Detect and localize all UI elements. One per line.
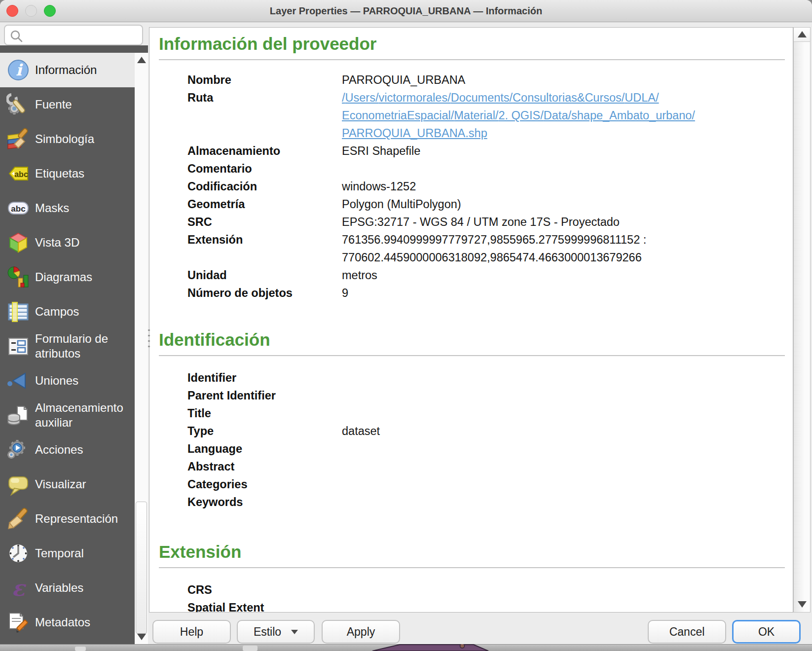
sidebar-item-vista-3d[interactable]: Vista 3D	[0, 225, 135, 260]
sidebar-item-label: Diagramas	[35, 270, 133, 285]
property-row: Almacenamiento ESRI Shapefile	[187, 142, 786, 160]
sidebar-item-label: Masks	[35, 201, 133, 216]
property-label: Nombre	[187, 71, 342, 89]
map-polygon-fragment	[368, 644, 496, 651]
property-label: Spatial Extent	[187, 599, 342, 613]
attributes-form-icon	[6, 334, 30, 358]
sidebar-item-label: Metadatos	[35, 615, 133, 630]
sidebar-item-label: Información	[35, 63, 133, 77]
property-label: SRC	[187, 213, 342, 231]
property-label: Almacenamiento	[187, 142, 342, 160]
property-value: PARROQUIA_URBANA	[342, 71, 465, 89]
diagrams-icon	[6, 265, 30, 289]
property-row: Keywords	[187, 493, 786, 511]
property-row: Abstract	[187, 458, 786, 475]
rendering-icon	[6, 507, 30, 531]
property-table: Nombre PARROQUIA_URBANA Ruta /Users/vict…	[187, 71, 786, 302]
sidebar-item-diagramas[interactable]: Diagramas	[0, 260, 135, 294]
sidebar-item-metadatos[interactable]: Metadatos	[0, 605, 135, 640]
sidebar-item-visualizar[interactable]: Visualizar	[0, 467, 135, 502]
close-button[interactable]	[6, 5, 18, 17]
property-row: Title	[187, 404, 786, 422]
property-label: Geometría	[187, 195, 342, 213]
property-label: Codificación	[187, 178, 342, 195]
section-divider	[159, 355, 785, 356]
sidebar-item-label: Campos	[35, 304, 133, 319]
sidebar-item-representacion[interactable]: Representación	[0, 502, 135, 536]
sidebar-item-label: Almacenamiento auxiliar	[35, 400, 133, 430]
property-label: Keywords	[187, 493, 342, 511]
sidebar-item-label: Fuente	[35, 97, 133, 112]
help-button[interactable]: Help	[152, 620, 231, 644]
window-title: Layer Properties — PARROQUIA_URBANA — In…	[0, 0, 812, 22]
apply-button[interactable]: Apply	[322, 620, 400, 644]
zoom-button[interactable]	[44, 5, 56, 17]
panel-splitter-handle[interactable]	[148, 329, 150, 347]
auxiliary-storage-icon	[6, 403, 30, 427]
property-table: Identifier Parent Identifier Title Type …	[187, 369, 786, 511]
property-label: Type	[187, 422, 342, 440]
info-section: Información del proveedor Nombre PARROQU…	[158, 34, 786, 302]
property-label: Comentario	[187, 160, 342, 178]
property-label: Ruta	[187, 89, 342, 142]
sidebar-item-label: Formulario de atributos	[35, 331, 133, 361]
section-divider	[159, 567, 785, 568]
sidebar-item-label: Variables	[35, 580, 133, 595]
property-row: Unidad metros	[187, 266, 786, 284]
sidebar-item-masks[interactable]: abc Masks	[0, 191, 135, 225]
property-label: CRS	[187, 581, 342, 599]
property-value: EPSG:32717 - WGS 84 / UTM zone 17S - Pro…	[342, 213, 620, 231]
cancel-button[interactable]: Cancel	[648, 620, 726, 644]
sidebar-list: i Información Fuente Simbología abc Etiq…	[0, 53, 135, 640]
sidebar-item-etiquetas[interactable]: abc Etiquetas	[0, 156, 135, 191]
display-icon	[6, 472, 30, 496]
sidebar-item-label: Acciones	[35, 442, 133, 457]
style-dropdown-button[interactable]: Estilo	[237, 620, 315, 644]
sidebar-item-label: Uniones	[35, 373, 133, 388]
file-path-link[interactable]: /Users/victormorales/Documents/Consultor…	[342, 91, 695, 140]
chevron-down-icon	[291, 630, 298, 634]
info-sections: Información del proveedor Nombre PARROQU…	[149, 27, 793, 613]
sidebar-item-formulario-de-atributos[interactable]: Formulario de atributos	[0, 329, 135, 363]
sidebar-search-input[interactable]	[26, 27, 140, 44]
svg-text:ε: ε	[12, 576, 27, 600]
sidebar-item-informacion[interactable]: i Información	[0, 53, 135, 87]
sidebar-item-simbologia[interactable]: Simbología	[0, 122, 135, 156]
fields-icon	[6, 300, 30, 324]
property-label: Title	[187, 404, 342, 422]
content-scroll-up-icon[interactable]	[794, 28, 810, 42]
sidebar-item-temporal[interactable]: Temporal	[0, 536, 135, 571]
sidebar-item-label: Representación	[35, 511, 133, 526]
sidebar-item-acciones[interactable]: Acciones	[0, 433, 135, 467]
sidebar-item-label: Vista 3D	[35, 235, 133, 250]
sidebar-item-almacenamiento-auxiliar[interactable]: Almacenamiento auxiliar	[0, 398, 135, 433]
property-label: Language	[187, 440, 342, 458]
content-scrollbar	[793, 27, 811, 613]
actions-icon	[6, 438, 30, 462]
sidebar-item-variables[interactable]: ε Variables	[0, 571, 135, 605]
sidebar-scroll-down-icon[interactable]	[135, 634, 148, 640]
sidebar-item-uniones[interactable]: Uniones	[0, 363, 135, 398]
info-icon: i	[6, 58, 30, 82]
section-title: Información del proveedor	[159, 34, 786, 54]
property-row: Ruta /Users/victormorales/Documents/Cons…	[187, 89, 786, 142]
sidebar-item-fuente[interactable]: Fuente	[0, 87, 135, 122]
content-scroll-down-icon[interactable]	[794, 598, 810, 611]
property-label: Identifier	[187, 369, 342, 387]
section-title: Identificación	[159, 329, 786, 350]
masks-icon: abc	[6, 196, 30, 220]
property-row: Parent Identifier	[187, 387, 786, 404]
property-value: windows-1252	[342, 178, 416, 195]
property-value: /Users/victormorales/Documents/Consultor…	[342, 89, 737, 142]
ok-button[interactable]: OK	[732, 620, 801, 644]
property-value: Polygon (MultiPolygon)	[342, 195, 461, 213]
sidebar-search-box	[4, 25, 143, 45]
properties-sidebar: i Información Fuente Simbología abc Etiq…	[0, 45, 148, 644]
titlebar: Layer Properties — PARROQUIA_URBANA — In…	[0, 0, 812, 22]
sidebar-item-campos[interactable]: Campos	[0, 294, 135, 329]
minimize-button[interactable]	[25, 5, 37, 17]
property-row: Categories	[187, 475, 786, 493]
property-value: 761356.9940999997779727,9855965.27759999…	[342, 231, 737, 266]
sidebar-scroll-up-icon[interactable]	[135, 57, 148, 63]
sidebar-scrollbar-thumb[interactable]	[136, 502, 147, 634]
